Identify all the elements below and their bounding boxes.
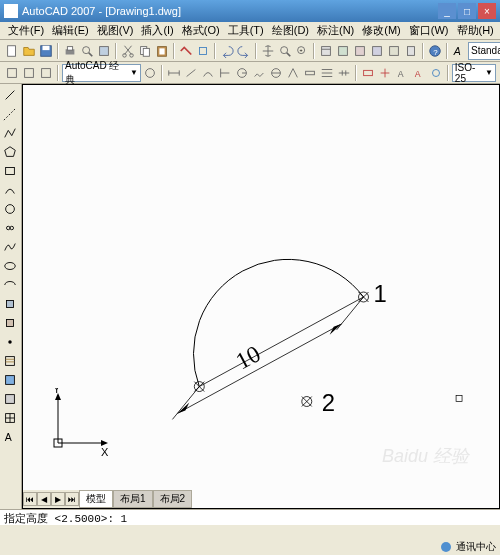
dim-jogged-button[interactable] bbox=[251, 64, 267, 82]
separator bbox=[57, 43, 59, 59]
save-button[interactable] bbox=[38, 42, 54, 60]
maximize-button[interactable]: □ bbox=[458, 3, 476, 19]
cut-button[interactable] bbox=[120, 42, 136, 60]
ellipse-button[interactable] bbox=[1, 257, 19, 275]
dim-ord-button[interactable] bbox=[217, 64, 233, 82]
svg-text:A: A bbox=[397, 68, 403, 78]
dim-radius-button[interactable] bbox=[234, 64, 250, 82]
block-button[interactable] bbox=[195, 42, 211, 60]
calc-button[interactable] bbox=[403, 42, 419, 60]
publish-button[interactable] bbox=[96, 42, 112, 60]
text-style-select[interactable]: Standard ▼ bbox=[468, 42, 500, 60]
tab-last-button[interactable]: ⏭ bbox=[65, 492, 79, 506]
polyline-button[interactable] bbox=[1, 124, 19, 142]
match-button[interactable] bbox=[178, 42, 194, 60]
new-button[interactable] bbox=[4, 42, 20, 60]
dim-arc-button[interactable] bbox=[200, 64, 216, 82]
menu-insert[interactable]: 插入(I) bbox=[137, 23, 177, 38]
preview-button[interactable] bbox=[79, 42, 95, 60]
toolpalette-button[interactable] bbox=[352, 42, 368, 60]
dim-quick-button[interactable] bbox=[302, 64, 318, 82]
tab-layout1[interactable]: 布局1 bbox=[113, 490, 153, 508]
paste-button[interactable] bbox=[154, 42, 170, 60]
comm-center-label[interactable]: 通讯中心 bbox=[456, 540, 496, 554]
drawing-canvas-area[interactable]: 10 1 2 bbox=[22, 84, 500, 509]
svg-line-73 bbox=[199, 297, 363, 387]
print-button[interactable] bbox=[62, 42, 78, 60]
region-button[interactable] bbox=[1, 390, 19, 408]
menu-format[interactable]: 格式(O) bbox=[178, 23, 224, 38]
dim-tol-button[interactable] bbox=[360, 64, 376, 82]
command-line[interactable]: 指定高度 <2.5000>: 1 bbox=[0, 509, 500, 525]
copy-button[interactable] bbox=[137, 42, 153, 60]
circle-button[interactable] bbox=[1, 200, 19, 218]
mtext-button[interactable]: A bbox=[1, 428, 19, 446]
dim-edit-button[interactable]: A bbox=[394, 64, 410, 82]
dim-linear-button[interactable] bbox=[166, 64, 182, 82]
markup-button[interactable] bbox=[386, 42, 402, 60]
svg-text:A: A bbox=[5, 431, 12, 443]
table-button[interactable] bbox=[1, 409, 19, 427]
separator bbox=[214, 43, 216, 59]
text-style-icon[interactable]: A bbox=[451, 42, 467, 60]
menu-help[interactable]: 帮助(H) bbox=[453, 23, 498, 38]
menu-file[interactable]: 文件(F) bbox=[4, 23, 48, 38]
ellipse-arc-button[interactable] bbox=[1, 276, 19, 294]
menu-edit[interactable]: 编辑(E) bbox=[48, 23, 93, 38]
workspace-select[interactable]: AutoCAD 经典 ▼ bbox=[62, 64, 141, 82]
menu-dimension[interactable]: 标注(N) bbox=[313, 23, 358, 38]
dim-style-select[interactable]: ISO-25 ▼ bbox=[452, 64, 496, 82]
line-button[interactable] bbox=[1, 86, 19, 104]
dim-tedit-button[interactable]: A bbox=[411, 64, 427, 82]
w2-button[interactable] bbox=[21, 64, 37, 82]
ws-settings-button[interactable] bbox=[142, 64, 158, 82]
tab-layout2[interactable]: 布局2 bbox=[153, 490, 193, 508]
w3-button[interactable] bbox=[38, 64, 54, 82]
close-button[interactable]: × bbox=[478, 3, 496, 19]
construction-line-button[interactable] bbox=[1, 105, 19, 123]
spline-button[interactable] bbox=[1, 238, 19, 256]
menu-tools[interactable]: 工具(T) bbox=[224, 23, 268, 38]
tab-prev-button[interactable]: ◀ bbox=[37, 492, 51, 506]
properties-button[interactable] bbox=[318, 42, 334, 60]
pan-button[interactable] bbox=[260, 42, 276, 60]
minimize-button[interactable]: _ bbox=[438, 3, 456, 19]
draw-toolbar: A bbox=[0, 84, 22, 509]
menu-draw[interactable]: 绘图(D) bbox=[268, 23, 313, 38]
svg-rect-13 bbox=[159, 48, 164, 54]
open-button[interactable] bbox=[21, 42, 37, 60]
dim-diameter-button[interactable] bbox=[268, 64, 284, 82]
dim-center-button[interactable] bbox=[377, 64, 393, 82]
rectangle-button[interactable] bbox=[1, 162, 19, 180]
help-button[interactable]: ? bbox=[427, 42, 443, 60]
dim-aligned-button[interactable] bbox=[183, 64, 199, 82]
dim-angular-button[interactable] bbox=[285, 64, 301, 82]
svg-line-75 bbox=[172, 387, 199, 420]
ucs-x-label: X bbox=[101, 446, 109, 458]
dim-continue-button[interactable] bbox=[336, 64, 352, 82]
dim-update-button[interactable] bbox=[428, 64, 444, 82]
gradient-button[interactable] bbox=[1, 371, 19, 389]
zoom-realtime-button[interactable]: + bbox=[294, 42, 310, 60]
hatch-button[interactable] bbox=[1, 352, 19, 370]
zoom-button[interactable] bbox=[277, 42, 293, 60]
sheet-button[interactable] bbox=[369, 42, 385, 60]
menu-view[interactable]: 视图(V) bbox=[93, 23, 138, 38]
polygon-button[interactable] bbox=[1, 143, 19, 161]
arc-button[interactable] bbox=[1, 181, 19, 199]
point-button[interactable] bbox=[1, 333, 19, 351]
comm-center-icon[interactable] bbox=[440, 541, 452, 553]
dim-baseline-button[interactable] bbox=[319, 64, 335, 82]
tab-first-button[interactable]: ⏮ bbox=[23, 492, 37, 506]
tab-next-button[interactable]: ▶ bbox=[51, 492, 65, 506]
revcloud-button[interactable] bbox=[1, 219, 19, 237]
make-block-button[interactable] bbox=[1, 314, 19, 332]
redo-button[interactable] bbox=[236, 42, 252, 60]
undo-button[interactable] bbox=[219, 42, 235, 60]
menu-modify[interactable]: 修改(M) bbox=[358, 23, 405, 38]
insert-block-button[interactable] bbox=[1, 295, 19, 313]
dcenter-button[interactable] bbox=[335, 42, 351, 60]
tab-model[interactable]: 模型 bbox=[79, 490, 113, 508]
menu-window[interactable]: 窗口(W) bbox=[405, 23, 453, 38]
w1-button[interactable] bbox=[4, 64, 20, 82]
